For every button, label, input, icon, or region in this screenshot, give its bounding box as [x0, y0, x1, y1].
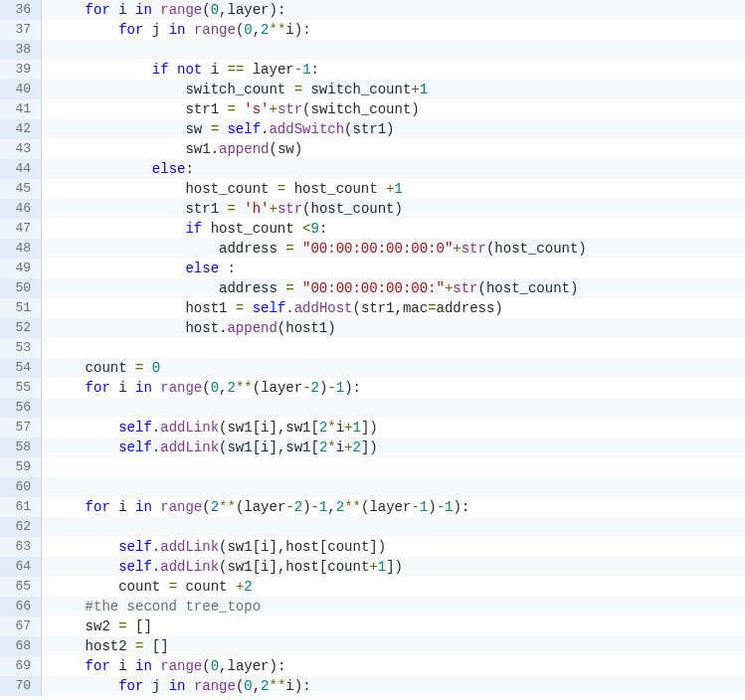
line-number: 48	[0, 239, 42, 259]
code-line: 45 host_count = host_count +1	[0, 179, 745, 199]
line-content[interactable]: self.addLink(sw1[i],sw1[2*i+2])	[42, 438, 745, 457]
line-content[interactable]: #the second tree_topo	[42, 597, 745, 616]
line-number: 51	[0, 298, 42, 318]
line-number: 50	[0, 278, 42, 298]
code-line: 42 sw = self.addSwitch(str1)	[0, 119, 745, 139]
line-content[interactable]: switch_count = switch_count+1	[42, 80, 745, 99]
line-content[interactable]: sw2 = []	[42, 616, 745, 636]
line-number: 53	[0, 338, 42, 358]
code-line: 56	[0, 398, 745, 418]
code-line: 60	[0, 477, 745, 497]
line-content[interactable]: for i in range(2**(layer-2)-1,2**(layer-…	[42, 497, 745, 517]
line-content[interactable]: host1 = self.addHost(str1,mac=address)	[42, 298, 745, 318]
code-line: 59	[0, 457, 745, 477]
line-number: 49	[0, 259, 42, 278]
code-line: 55 for i in range(0,2**(layer-2)-1):	[0, 378, 745, 398]
code-line: 47 if host_count <9:	[0, 219, 745, 239]
line-content[interactable]: for j in range(0,2**i):	[42, 676, 745, 696]
code-line: 69 for i in range(0,layer):	[0, 656, 745, 676]
line-content[interactable]: for i in range(0,2**(layer-2)-1):	[42, 378, 745, 398]
line-content[interactable]: host2 = []	[42, 636, 745, 656]
line-number: 36	[0, 0, 42, 20]
code-line: 37 for j in range(0,2**i):	[0, 20, 745, 40]
code-line: 44 else:	[0, 159, 745, 179]
code-line: 57 self.addLink(sw1[i],sw1[2*i+1])	[0, 418, 745, 438]
line-number: 38	[0, 40, 42, 60]
line-content[interactable]: self.addLink(sw1[i],host[count+1])	[42, 557, 745, 577]
line-content[interactable]: sw = self.addSwitch(str1)	[42, 119, 745, 139]
code-line: 61 for i in range(2**(layer-2)-1,2**(lay…	[0, 497, 745, 517]
line-content[interactable]: str1 = 'h'+str(host_count)	[42, 199, 745, 219]
code-line: 40 switch_count = switch_count+1	[0, 80, 745, 99]
line-number: 39	[0, 60, 42, 80]
line-content[interactable]: self.addLink(sw1[i],sw1[2*i+1])	[42, 418, 745, 438]
line-number: 57	[0, 418, 42, 438]
line-number: 64	[0, 557, 42, 577]
code-line: 51 host1 = self.addHost(str1,mac=address…	[0, 298, 745, 318]
line-content[interactable]: address = "00:00:00:00:00:0"+str(host_co…	[42, 239, 745, 259]
line-content[interactable]: for i in range(0,layer):	[42, 0, 745, 20]
line-number: 59	[0, 457, 42, 477]
line-number: 60	[0, 477, 42, 497]
line-number: 63	[0, 537, 42, 557]
code-block: 36 for i in range(0,layer):37 for j in r…	[0, 0, 745, 696]
code-line: 65 count = count +2	[0, 577, 745, 597]
line-number: 70	[0, 676, 42, 696]
line-number: 43	[0, 139, 42, 159]
line-content[interactable]: host_count = host_count +1	[42, 179, 745, 199]
code-line: 49 else :	[0, 259, 745, 278]
code-line: 68 host2 = []	[0, 636, 745, 656]
line-content[interactable]: count = 0	[42, 358, 745, 378]
line-number: 67	[0, 616, 42, 636]
code-line: 54 count = 0	[0, 358, 745, 378]
line-content[interactable]: if not i == layer-1:	[42, 60, 745, 80]
line-number: 45	[0, 179, 42, 199]
line-number: 65	[0, 577, 42, 597]
line-number: 41	[0, 99, 42, 119]
line-content[interactable]: for j in range(0,2**i):	[42, 20, 745, 40]
line-number: 58	[0, 438, 42, 457]
line-content[interactable]: if host_count <9:	[42, 219, 745, 239]
line-content[interactable]: address = "00:00:00:00:00:"+str(host_cou…	[42, 278, 745, 298]
code-line: 53	[0, 338, 745, 358]
code-line: 62	[0, 517, 745, 537]
code-line: 70 for j in range(0,2**i):	[0, 676, 745, 696]
line-number: 54	[0, 358, 42, 378]
code-line: 48 address = "00:00:00:00:00:0"+str(host…	[0, 239, 745, 259]
code-line: 64 self.addLink(sw1[i],host[count+1])	[0, 557, 745, 577]
line-number: 47	[0, 219, 42, 239]
line-number: 61	[0, 497, 42, 517]
line-number: 52	[0, 318, 42, 338]
line-number: 66	[0, 597, 42, 616]
line-content[interactable]: else:	[42, 159, 745, 179]
line-content[interactable]: host.append(host1)	[42, 318, 745, 338]
line-number: 40	[0, 80, 42, 99]
code-line: 63 self.addLink(sw1[i],host[count])	[0, 537, 745, 557]
line-content[interactable]: str1 = 's'+str(switch_count)	[42, 99, 745, 119]
line-number: 55	[0, 378, 42, 398]
line-number: 37	[0, 20, 42, 40]
code-line: 66 #the second tree_topo	[0, 597, 745, 616]
line-number: 56	[0, 398, 42, 418]
line-number: 62	[0, 517, 42, 537]
code-line: 39 if not i == layer-1:	[0, 60, 745, 80]
line-number: 46	[0, 199, 42, 219]
line-number: 68	[0, 636, 42, 656]
line-content[interactable]: for i in range(0,layer):	[42, 656, 745, 676]
line-number: 69	[0, 656, 42, 676]
code-line: 50 address = "00:00:00:00:00:"+str(host_…	[0, 278, 745, 298]
code-line: 58 self.addLink(sw1[i],sw1[2*i+2])	[0, 438, 745, 457]
line-number: 42	[0, 119, 42, 139]
code-line: 43 sw1.append(sw)	[0, 139, 745, 159]
line-content[interactable]: else :	[42, 259, 745, 278]
code-line: 38	[0, 40, 745, 60]
line-number: 44	[0, 159, 42, 179]
line-content[interactable]: count = count +2	[42, 577, 745, 597]
line-content[interactable]: sw1.append(sw)	[42, 139, 745, 159]
code-line: 36 for i in range(0,layer):	[0, 0, 745, 20]
code-line: 41 str1 = 's'+str(switch_count)	[0, 99, 745, 119]
code-line: 52 host.append(host1)	[0, 318, 745, 338]
line-content[interactable]: self.addLink(sw1[i],host[count])	[42, 537, 745, 557]
code-line: 46 str1 = 'h'+str(host_count)	[0, 199, 745, 219]
code-line: 67 sw2 = []	[0, 616, 745, 636]
